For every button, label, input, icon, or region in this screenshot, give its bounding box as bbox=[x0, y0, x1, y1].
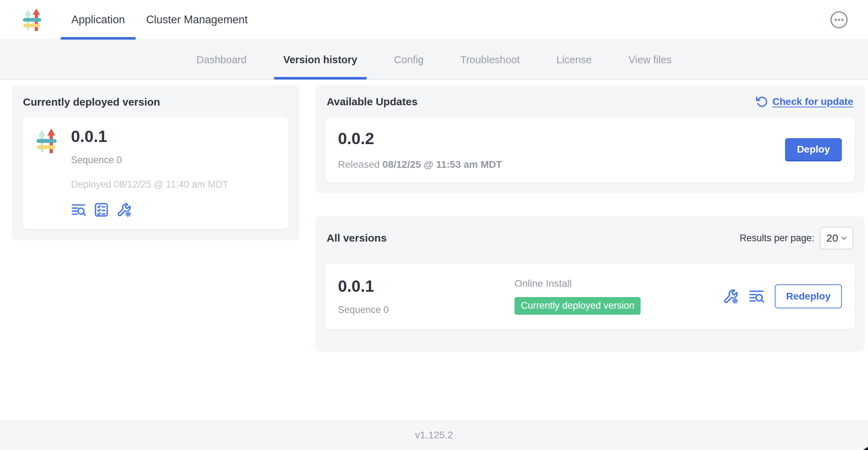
subnav-tab-version-history-label: Version history bbox=[283, 54, 357, 66]
subnav-tab-view-files[interactable]: View files bbox=[610, 40, 690, 79]
subnav-tab-config[interactable]: Config bbox=[376, 40, 442, 79]
all-versions-title: All versions bbox=[327, 232, 387, 244]
results-per-page-label: Results per page: bbox=[739, 233, 814, 244]
deploy-button[interactable]: Deploy bbox=[785, 138, 842, 161]
subnav-tab-dashboard-label: Dashboard bbox=[196, 54, 246, 66]
update-card: 0.0.2 Released 08/12/25 @ 11:53 am MDT D… bbox=[325, 117, 855, 182]
window-corner-mark bbox=[863, 447, 868, 450]
check-for-update-label: Check for update bbox=[772, 96, 853, 107]
row-sequence: Sequence 0 bbox=[338, 304, 515, 315]
subnav-tab-config-label: Config bbox=[394, 54, 424, 66]
app-subnav: Dashboard Version history Config Trouble… bbox=[0, 40, 868, 80]
main-content: Currently deployed version 0.0.1 Sequenc… bbox=[0, 80, 868, 420]
tab-cluster-management-label: Cluster Management bbox=[146, 13, 248, 26]
page-footer: v1.125.2 bbox=[0, 420, 868, 450]
all-versions-header: All versions Results per page: 20 bbox=[325, 227, 855, 249]
subnav-tab-troubleshoot-label: Troubleshoot bbox=[460, 54, 520, 66]
release-notes-icon[interactable] bbox=[749, 288, 765, 304]
check-for-update-link[interactable]: Check for update bbox=[755, 95, 853, 108]
version-row: 0.0.1 Sequence 0 Online Install Currentl… bbox=[325, 264, 855, 329]
version-row-actions: Redeploy bbox=[723, 284, 842, 308]
results-per-page-value: 20 bbox=[826, 232, 838, 244]
deployed-sequence: Sequence 0 bbox=[71, 155, 228, 166]
chevron-down-icon bbox=[840, 234, 848, 242]
update-version-number: 0.0.2 bbox=[338, 129, 502, 148]
app-logo-icon bbox=[36, 129, 58, 153]
row-version-number: 0.0.1 bbox=[338, 277, 515, 295]
subnav-tab-version-history[interactable]: Version history bbox=[265, 40, 376, 79]
results-per-page-select[interactable]: 20 bbox=[820, 227, 853, 249]
app-logo-icon bbox=[22, 8, 42, 31]
top-header: Application Cluster Management bbox=[0, 0, 868, 40]
console-version: v1.125.2 bbox=[415, 430, 453, 441]
subnav-tab-troubleshoot[interactable]: Troubleshoot bbox=[442, 40, 538, 79]
deployed-timestamp: Deployed 08/12/25 @ 11:40 am MDT bbox=[71, 179, 228, 190]
subnav-tab-dashboard[interactable]: Dashboard bbox=[178, 40, 265, 79]
version-row-status-col: Online Install Currently deployed versio… bbox=[515, 278, 723, 315]
currently-deployed-panel: Currently deployed version 0.0.1 Sequenc… bbox=[12, 85, 299, 240]
results-per-page: Results per page: 20 bbox=[739, 227, 853, 249]
version-row-version-col: 0.0.1 Sequence 0 bbox=[338, 277, 515, 315]
currently-deployed-card: 0.0.1 Sequence 0 Deployed 08/12/25 @ 11:… bbox=[23, 117, 288, 229]
currently-deployed-title: Currently deployed version bbox=[23, 96, 288, 108]
tab-cluster-management[interactable]: Cluster Management bbox=[136, 0, 258, 40]
update-details: 0.0.2 Released 08/12/25 @ 11:53 am MDT bbox=[338, 129, 502, 170]
all-versions-panel: All versions Results per page: 20 0.0.1 … bbox=[315, 216, 864, 351]
right-column: Available Updates Check for update 0.0.2… bbox=[315, 85, 864, 420]
deployed-version-number: 0.0.1 bbox=[71, 127, 228, 146]
install-type-label: Online Install bbox=[515, 278, 723, 289]
subnav-tab-license-label: License bbox=[557, 54, 592, 66]
currently-deployed-badge: Currently deployed version bbox=[515, 297, 641, 315]
refresh-icon bbox=[755, 95, 768, 108]
currently-deployed-details: 0.0.1 Sequence 0 Deployed 08/12/25 @ 11:… bbox=[71, 127, 228, 218]
available-updates-header: Available Updates Check for update bbox=[325, 95, 855, 108]
subnav-tab-license[interactable]: License bbox=[538, 40, 610, 79]
released-timestamp: 08/12/25 @ 11:53 am MDT bbox=[382, 159, 502, 170]
tab-application-label: Application bbox=[71, 13, 125, 26]
redeploy-button[interactable]: Redeploy bbox=[775, 284, 842, 308]
released-prefix: Released bbox=[338, 159, 382, 170]
config-icon[interactable] bbox=[116, 202, 132, 218]
update-released-line: Released 08/12/25 @ 11:53 am MDT bbox=[338, 159, 502, 170]
subnav-tab-view-files-label: View files bbox=[629, 54, 672, 66]
ellipsis-menu-icon[interactable] bbox=[830, 11, 848, 29]
left-column: Currently deployed version 0.0.1 Sequenc… bbox=[12, 85, 299, 420]
config-icon[interactable] bbox=[723, 288, 739, 304]
deployed-version-actions bbox=[71, 202, 228, 218]
release-notes-icon[interactable] bbox=[71, 202, 87, 218]
available-updates-panel: Available Updates Check for update 0.0.2… bbox=[315, 85, 864, 193]
available-updates-title: Available Updates bbox=[327, 96, 417, 108]
header-right bbox=[830, 0, 868, 40]
tab-application[interactable]: Application bbox=[61, 0, 136, 40]
preflight-checks-icon[interactable] bbox=[94, 202, 109, 218]
